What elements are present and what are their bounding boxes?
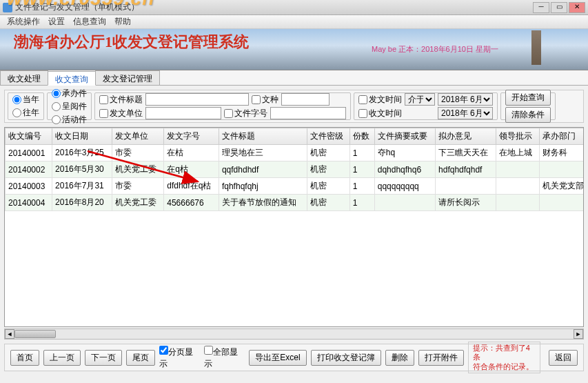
cell: 夺hq — [374, 145, 435, 161]
col-docnum[interactable]: 发文字号 — [164, 128, 219, 145]
radio-current-year[interactable]: 当年 — [12, 94, 39, 106]
cell: 机关党工委 — [112, 161, 164, 178]
tab-query[interactable]: 收文查询 — [48, 71, 96, 86]
cell — [374, 195, 435, 211]
col-copies[interactable]: 份数 — [349, 128, 374, 145]
scroll-left-icon[interactable]: ◄ — [5, 329, 14, 339]
menu-settings[interactable]: 设置 — [44, 16, 69, 28]
cell: 机密 — [307, 195, 349, 211]
check-num[interactable]: 文件字号 — [224, 108, 267, 119]
cell: 1 — [349, 145, 374, 161]
table-row[interactable]: 201400032016年7月31市委dfdhdf在q枯fqhfhqfqhj机密… — [6, 178, 585, 195]
next-page-button[interactable]: 下一页 — [85, 350, 122, 366]
radio-review[interactable]: 呈阅件 — [52, 101, 87, 112]
search-button[interactable]: 开始查询 — [505, 90, 551, 106]
col-unit[interactable]: 发文单位 — [112, 128, 164, 145]
check-all[interactable]: 全部显示 — [204, 346, 245, 370]
cell — [539, 195, 584, 211]
col-leader[interactable]: 领导批示 — [496, 128, 539, 145]
minimize-button[interactable]: ─ — [533, 2, 549, 13]
col-date[interactable]: 收文日期 — [52, 128, 112, 145]
radio-past-year[interactable]: 往年 — [12, 107, 39, 119]
back-button[interactable]: 返回 — [549, 350, 578, 366]
horizontal-scrollbar[interactable]: ◄ ► — [4, 328, 584, 340]
cell: 下三瞧天天在 — [436, 145, 496, 161]
cell: 在q枯 — [164, 161, 219, 178]
check-title[interactable]: 文件标题 — [99, 94, 143, 106]
check-kind[interactable]: 文种 — [252, 94, 278, 106]
cell: 20140001 — [6, 145, 52, 161]
menubar: 系统操作 设置 信息查询 帮助 — [0, 15, 588, 29]
cell: qqqqqqqqq — [374, 178, 435, 195]
check-unit[interactable]: 发文单位 — [99, 108, 143, 119]
cell: 在地上城 — [496, 145, 539, 161]
tab-process[interactable]: 收文处理 — [0, 70, 48, 85]
radio-activity[interactable]: 活动件 — [52, 114, 87, 126]
cell: 理昊地在三 — [219, 145, 307, 161]
tab-bar: 收文处理 收文查询 发文登记管理 — [0, 70, 588, 86]
col-secret[interactable]: 文件密级 — [307, 128, 349, 145]
scroll-thumb[interactable] — [14, 330, 56, 338]
last-page-button[interactable]: 尾页 — [126, 350, 155, 366]
menu-system[interactable]: 系统操作 — [3, 16, 44, 28]
delete-button[interactable]: 删除 — [385, 350, 414, 366]
check-recv-time[interactable]: 收文时间 — [358, 108, 402, 119]
date-from[interactable]: 2018年 6月 — [438, 93, 493, 106]
tower-image — [526, 30, 547, 65]
cell: 20140004 — [6, 195, 52, 211]
cell: 机密 — [307, 145, 349, 161]
watermark-text: www.cr0359.cn — [7, 0, 154, 10]
banner-subtitle: May be 正本：2018年6月10日 星期一 — [372, 44, 498, 55]
close-button[interactable]: ✕ — [569, 2, 585, 13]
data-grid[interactable]: 收文编号 收文日期 发文单位 发文字号 文件标题 文件密级 份数 文件摘要或要 … — [4, 127, 584, 327]
cell: qqfdhdhdf — [219, 161, 307, 178]
action-group: 开始查询 清除条件 — [500, 92, 556, 120]
input-unit[interactable] — [145, 107, 221, 119]
input-title[interactable] — [145, 93, 249, 106]
attachment-button[interactable]: 打开附件 — [418, 350, 464, 366]
col-opinion[interactable]: 拟办意见 — [436, 128, 496, 145]
date-group: 发文时间 介于 2018年 6月 收文时间 2018年 6月 — [354, 92, 498, 120]
input-kind[interactable] — [281, 93, 330, 106]
menu-query[interactable]: 信息查询 — [69, 16, 110, 28]
cell — [496, 195, 539, 211]
radio-undertake[interactable]: 承办件 — [52, 88, 87, 99]
cell: dfdhdf在q枯 — [164, 178, 219, 195]
prev-page-button[interactable]: 上一页 — [43, 350, 81, 366]
result-hint: 提示：共查到了4条 符合条件的记录。 — [468, 342, 540, 373]
print-button[interactable]: 打印收文登记簿 — [311, 350, 381, 366]
cell: 20140003 — [6, 178, 52, 195]
col-dept[interactable]: 承办部门 — [539, 128, 584, 145]
col-id[interactable]: 收文编号 — [6, 128, 52, 145]
cell: 机关党工委 — [112, 195, 164, 211]
check-paged[interactable]: 分页显示 — [159, 346, 200, 370]
clear-button[interactable]: 清除条件 — [505, 107, 551, 123]
input-num[interactable] — [270, 107, 346, 119]
cell: 2016年7月31 — [52, 178, 112, 195]
app-title: 渤海省办公厅1收发文登记管理系统 — [14, 32, 249, 52]
table-row[interactable]: 201400012016年3月25市委在枯理昊地在三机密1夺hq下三瞧天天在在地… — [6, 145, 585, 161]
cell — [436, 178, 496, 195]
filter-panel: 当年 往年 承办件 呈阅件 活动件 文件标题 文种 发文单位 文件字号 发文时间… — [4, 90, 584, 123]
cell: 在枯 — [164, 145, 219, 161]
scroll-right-icon[interactable]: ► — [574, 329, 583, 339]
maximize-button[interactable]: ▭ — [551, 2, 567, 13]
first-page-button[interactable]: 首页 — [10, 350, 39, 366]
table-row[interactable]: 201400042016年8月20机关党工委45666676关于春节放假的通知机… — [6, 195, 585, 211]
year-group: 当年 往年 — [8, 92, 44, 120]
between-select[interactable]: 介于 — [405, 93, 435, 106]
date-to[interactable]: 2018年 6月 — [438, 107, 493, 119]
table-row[interactable]: 201400022016年5月30机关党工委在q枯qqfdhdhdf机密1dqh… — [6, 161, 585, 178]
banner: 渤海省办公厅1收发文登记管理系统 May be 正本：2018年6月10日 星期… — [0, 29, 588, 70]
cell: 机密 — [307, 178, 349, 195]
col-summary[interactable]: 文件摘要或要 — [374, 128, 435, 145]
cell: 2016年3月25 — [52, 145, 112, 161]
cell: 财务科 — [539, 145, 584, 161]
col-title[interactable]: 文件标题 — [219, 128, 307, 145]
export-excel-button[interactable]: 导出至Excel — [249, 350, 306, 366]
cell: 1 — [349, 195, 374, 211]
check-send-time[interactable]: 发文时间 — [358, 94, 402, 106]
cell: 45666676 — [164, 195, 219, 211]
tab-dispatch[interactable]: 发文登记管理 — [95, 70, 160, 85]
menu-help[interactable]: 帮助 — [110, 16, 135, 28]
